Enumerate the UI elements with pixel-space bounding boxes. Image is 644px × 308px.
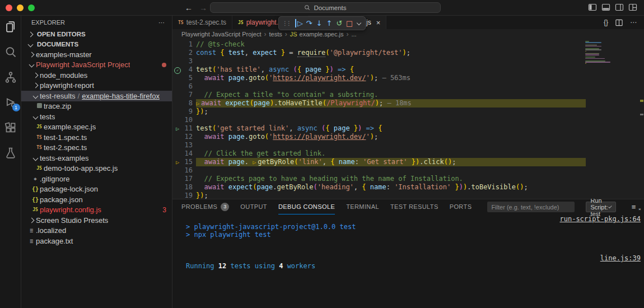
panel-tab-PORTS[interactable]: PORTS: [450, 199, 472, 214]
panel-tab-OUTPUT[interactable]: OUTPUT: [240, 199, 267, 214]
inline-run-icon[interactable]: ▷: [253, 159, 258, 165]
stop-button[interactable]: □: [344, 19, 354, 27]
code-line-9[interactable]: 9});: [172, 108, 644, 116]
code-line-17[interactable]: 17 // Expects page to have a heading wit…: [172, 175, 644, 183]
js-file-icon: JS: [290, 31, 297, 38]
close-window-button[interactable]: [6, 4, 12, 11]
toggle-primary-sidebar-icon[interactable]: [588, 3, 597, 12]
console-filter-input[interactable]: [487, 202, 575, 212]
testing-icon[interactable]: [4, 146, 17, 160]
tree-item-.localized[interactable]: ≡.localized: [21, 226, 172, 236]
more-actions-icon[interactable]: ⋯: [630, 18, 637, 26]
step-over-button[interactable]: ↷: [304, 19, 314, 27]
test-passed-icon[interactable]: ✓: [174, 67, 181, 74]
inline-run-icon[interactable]: ▷: [196, 100, 201, 106]
panel-tab-PROBLEMS[interactable]: PROBLEMS3: [181, 199, 229, 214]
documents-section[interactable]: DOCUMENTS: [21, 39, 172, 49]
overview-ruler[interactable]: [640, 39, 644, 199]
editor-actions: {} ⋯: [597, 16, 644, 29]
explorer-more-actions-icon[interactable]: ⋯: [158, 19, 165, 26]
code-text: // Expects page to have a heading with t…: [196, 175, 586, 183]
source-link[interactable]: line.js:39: [600, 254, 641, 262]
panel-tab-DEBUG CONSOLE[interactable]: DEBUG CONSOLE: [278, 199, 335, 214]
step-out-button[interactable]: ↑: [324, 19, 334, 27]
running-test-icon[interactable]: ▷: [176, 159, 179, 165]
code-line-18[interactable]: 18 await expect(page.getByRole('heading'…: [172, 183, 644, 192]
restart-button[interactable]: ↺: [334, 19, 344, 27]
console-source-line: run-script-pkg.js:64: [186, 215, 641, 223]
code-line-16[interactable]: 16: [172, 166, 644, 175]
step-into-button[interactable]: ↓: [314, 19, 324, 27]
code-line-3[interactable]: 3: [172, 57, 644, 66]
toggle-secondary-sidebar-icon[interactable]: [615, 3, 624, 12]
tree-item-test-1.spec.ts[interactable]: TStest-1.spec.ts: [21, 132, 172, 143]
customize-layout-icon[interactable]: [628, 3, 637, 12]
debug-more-icon[interactable]: [357, 20, 361, 25]
breadcrumb-tests[interactable]: tests: [269, 31, 282, 38]
breadcrumb-Playwright JavaScript Project[interactable]: Playwright JavaScript Project: [181, 31, 261, 38]
code-line-13[interactable]: 13: [172, 141, 644, 150]
code-line-15[interactable]: ▷15 await page. ▷getByRole('link', { nam…: [172, 158, 644, 166]
code-line-11[interactable]: ▷11test('get started link', async ({ pag…: [172, 124, 644, 133]
tree-item-Screen Studio Presets[interactable]: Screen Studio Presets: [21, 215, 172, 226]
code-line-4[interactable]: ✓4test('has title', async ({ page }) => …: [172, 66, 644, 74]
command-center-search[interactable]: Documents: [210, 2, 441, 13]
explorer-icon[interactable]: [4, 20, 17, 34]
code-editor[interactable]: 1// @ts-check2const { test, expect } = r…: [172, 39, 644, 199]
tree-item-examples-master[interactable]: examples-master: [21, 49, 172, 60]
minimize-window-button[interactable]: [17, 4, 24, 11]
zoom-window-button[interactable]: [28, 4, 35, 11]
code-line-2[interactable]: 2const { test, expect } = require('@play…: [172, 49, 644, 57]
tree-item-test-results[interactable]: test-results/example-has-title-firefox: [21, 91, 172, 101]
code-line-6[interactable]: 6: [172, 82, 644, 91]
code-line-1[interactable]: 1// @ts-check: [172, 40, 644, 49]
split-editor-icon[interactable]: [615, 18, 623, 27]
run-script-dropdown[interactable]: Run Script: test: [586, 202, 615, 212]
source-link[interactable]: run-script-pkg.js:64: [560, 215, 641, 223]
problems-count-badge: 3: [162, 206, 166, 214]
close-icon[interactable]: ×: [376, 18, 381, 27]
code-text: [196, 141, 586, 150]
run-and-debug-icon[interactable]: 1: [4, 96, 17, 109]
code-line-8[interactable]: 8▷await expect(page).toHaveTitle(/Playwr…: [172, 99, 644, 108]
tree-item-trace.zip[interactable]: trace.zip: [21, 101, 172, 112]
code-text: [196, 82, 586, 91]
tree-item-tests-examples[interactable]: tests-examples: [21, 153, 172, 164]
search-icon[interactable]: [4, 45, 17, 59]
panel-tab-TEST RESULTS[interactable]: TEST RESULTS: [390, 199, 438, 214]
source-control-icon[interactable]: [4, 71, 17, 84]
continue-button[interactable]: ▷: [295, 19, 304, 27]
code-line-12[interactable]: 12 await page.goto('https://playwright.d…: [172, 133, 644, 141]
tree-item-package.json[interactable]: {}package.json: [21, 194, 172, 205]
panel-tab-TERMINAL[interactable]: TERMINAL: [346, 199, 379, 214]
tree-item-package.txt[interactable]: ≡package.txt: [21, 236, 172, 246]
tree-item-tests[interactable]: tests: [21, 111, 172, 122]
tree-item-example.spec.js[interactable]: JSexample.spec.js: [21, 122, 172, 133]
code-line-7[interactable]: 7 // Expect a title "to contain" a subst…: [172, 91, 644, 99]
code-line-14[interactable]: 14 // Click the get started link.: [172, 150, 644, 158]
tab-test-2.spec.ts[interactable]: TStest-2.spec.ts: [172, 16, 232, 29]
tree-item-playwright-report[interactable]: playwright-report: [21, 81, 172, 91]
tree-item-playwright.config.js[interactable]: JSplaywright.config.js3: [21, 205, 172, 216]
minimap[interactable]: [585, 41, 620, 64]
code-line-10[interactable]: 10: [172, 116, 644, 124]
back-icon[interactable]: ←: [185, 3, 193, 12]
tree-item-node_modules[interactable]: node_modules: [21, 70, 172, 81]
clear-console-icon[interactable]: ≡×: [629, 203, 638, 212]
extensions-icon[interactable]: [4, 121, 17, 134]
braces-actions-icon[interactable]: {}: [604, 18, 608, 26]
tree-item-demo-todo-app.spec.js[interactable]: JSdemo-todo-app.spec.js: [21, 164, 172, 174]
tree-item-package-lock.json[interactable]: {}package-lock.json: [21, 184, 172, 195]
run-test-icon[interactable]: ▷: [176, 125, 179, 132]
open-editors-section[interactable]: OPEN EDITORS: [21, 29, 172, 39]
breadcrumb-...[interactable]: ...: [351, 31, 356, 38]
drag-handle-icon[interactable]: ⋮⋮: [282, 20, 290, 26]
breadcrumb-example.spec.js[interactable]: JSexample.spec.js: [290, 31, 344, 38]
forward-icon[interactable]: →: [199, 3, 207, 12]
code-line-5[interactable]: 5 await page.goto('https://playwright.de…: [172, 74, 644, 82]
code-line-19[interactable]: 19});: [172, 192, 644, 199]
toggle-panel-icon[interactable]: [601, 3, 610, 12]
tree-item-Playwright JavaScript Project[interactable]: Playwright JavaScript Project: [21, 60, 172, 71]
tree-item-test-2.spec.ts[interactable]: TStest-2.spec.ts: [21, 143, 172, 153]
tree-item-.gitignore[interactable]: ◆.gitignore: [21, 174, 172, 184]
